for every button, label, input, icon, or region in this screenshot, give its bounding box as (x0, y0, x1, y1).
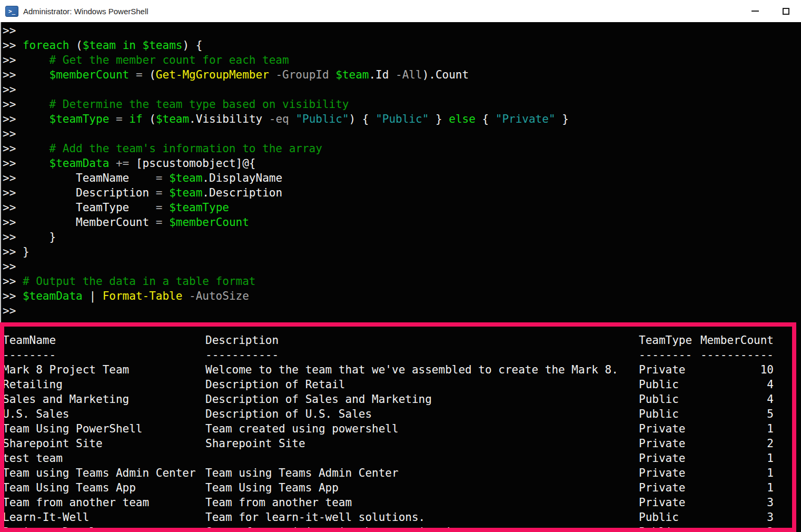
table-cell: 4 (699, 392, 774, 407)
prompt: >> (3, 39, 23, 52)
column-underline: ----------- (205, 348, 639, 362)
code-token: = (156, 216, 163, 229)
column-underline: ----------- (699, 348, 774, 362)
code-token: if (129, 113, 142, 125)
code-token (182, 290, 189, 302)
table-cell: Public (639, 407, 699, 421)
code-token: $team (169, 186, 202, 199)
code-token (123, 113, 130, 125)
code-token: -GroupId (275, 68, 329, 81)
table-cell: Team from another team (3, 495, 205, 510)
code-token: } (23, 245, 29, 258)
code-token: # Get the member count for each team (23, 54, 289, 66)
table-cell: Team from another team (205, 495, 639, 510)
table-cell: Group for trainings in the organization (205, 525, 639, 532)
table-cell: Private (639, 495, 699, 510)
table-cell: 2 (699, 436, 774, 451)
table-cell: 3 (699, 495, 774, 510)
window-title: Administrator: Windows PowerShell (23, 7, 149, 16)
table-cell: Team using Teams Admin Center (205, 466, 639, 480)
code-token: .Visibility (189, 113, 269, 125)
code-token: # Determine the team type based on visib… (23, 98, 349, 111)
code-token: # Output the data in a table format (23, 275, 256, 288)
code-line: >> # Add the team's information to the a… (3, 141, 801, 156)
code-token: $memberCount (50, 68, 130, 81)
maximize-button[interactable] (774, 0, 798, 22)
code-token (23, 113, 50, 125)
table-cell: Private (639, 466, 699, 480)
terminal[interactable]: >> >> foreach ($team in $teams) {>> # Ge… (0, 22, 801, 532)
column-header: TeamType (639, 333, 699, 348)
code-line: >> TeamType = $teamType (3, 200, 801, 215)
code-line: >> $teamData | Format-Table -AutoSize (3, 289, 801, 303)
table-row: Business DevelopmentGroup for trainings … (3, 525, 801, 532)
prompt: >> (3, 186, 23, 199)
prompt: >> (3, 54, 23, 66)
table-cell: Description of Sales and Marketing (205, 392, 639, 407)
code-token: = (156, 172, 163, 184)
code-token: # Add the team's information to the arra… (23, 142, 322, 155)
table-cell: Sales and Marketing (3, 392, 205, 407)
code-token: = (136, 68, 143, 81)
code-token: Get-MgGroupMember (156, 68, 269, 81)
code-token: $teamData (23, 290, 83, 302)
table-cell: 10 (699, 362, 774, 377)
code-token: ).Count (422, 68, 469, 81)
code-token: | (83, 290, 103, 302)
minimize-button[interactable] (743, 0, 767, 22)
table-cell: Description of Retail (205, 377, 639, 392)
code-token: } (556, 113, 569, 125)
column-header: TeamName (3, 333, 205, 348)
table-cell: Private (639, 362, 699, 377)
prompt: >> (3, 83, 23, 96)
prompt: >> (3, 201, 23, 214)
code-line: >> (3, 82, 801, 97)
table-row: test teamPrivate1 (3, 451, 801, 466)
prompt: >> (3, 127, 23, 140)
code-token: .Description (202, 186, 282, 199)
table-cell: U.S. Sales (3, 407, 205, 421)
code-token: -eq (269, 113, 289, 125)
code-token: } (429, 113, 449, 125)
code-line: >> (3, 259, 801, 274)
code-line: >> (3, 126, 801, 141)
code-token: ( (143, 113, 156, 125)
code-token: ( (143, 68, 156, 81)
table-cell: Welcome to the team that we've assembled… (205, 362, 639, 377)
table-cell: Team using Teams Admin Center (3, 466, 205, 480)
table-cell: Private (639, 451, 699, 466)
column-header: MemberCount (699, 333, 774, 348)
code-line: >> (3, 23, 801, 38)
code-token: Description (23, 186, 156, 199)
code-token: foreach (23, 39, 70, 52)
code-line: >> } (3, 230, 801, 244)
prompt: >> (3, 157, 23, 170)
code-token (116, 39, 123, 52)
table-cell: 1 (699, 451, 774, 466)
table-cell: Private (639, 480, 699, 495)
code-token: = (156, 201, 163, 214)
table-cell: Public (639, 510, 699, 525)
code-token: $team (169, 172, 202, 184)
minimize-icon (751, 11, 759, 12)
code-line: >> $teamType = if ($team.Visibility -eq … (3, 112, 801, 126)
code-token: -All (395, 68, 422, 81)
table-cell: Team for learn-it-well solutions. (205, 510, 639, 525)
code-token: = (156, 186, 163, 199)
code-token: "Public" (295, 113, 349, 125)
code-line: >> Description = $team.Description (3, 185, 801, 200)
code-token (162, 216, 169, 229)
code-line: >> foreach ($team in $teams) { (3, 38, 801, 53)
table-row: Learn-It-WellTeam for learn-it-well solu… (3, 510, 801, 525)
code-token: -AutoSize (189, 290, 249, 302)
code-token: "Public" (375, 113, 429, 125)
table-cell: Public (639, 377, 699, 392)
table-cell: 2 (699, 525, 774, 532)
code-token: $teams (143, 39, 183, 52)
table-cell (205, 451, 639, 466)
code-line: >> MemberCount = $memberCount (3, 215, 801, 230)
prompt: >> (3, 172, 23, 184)
prompt: >> (3, 98, 23, 111)
table-cell: Retailing (3, 377, 205, 392)
column-header: Description (205, 333, 639, 348)
